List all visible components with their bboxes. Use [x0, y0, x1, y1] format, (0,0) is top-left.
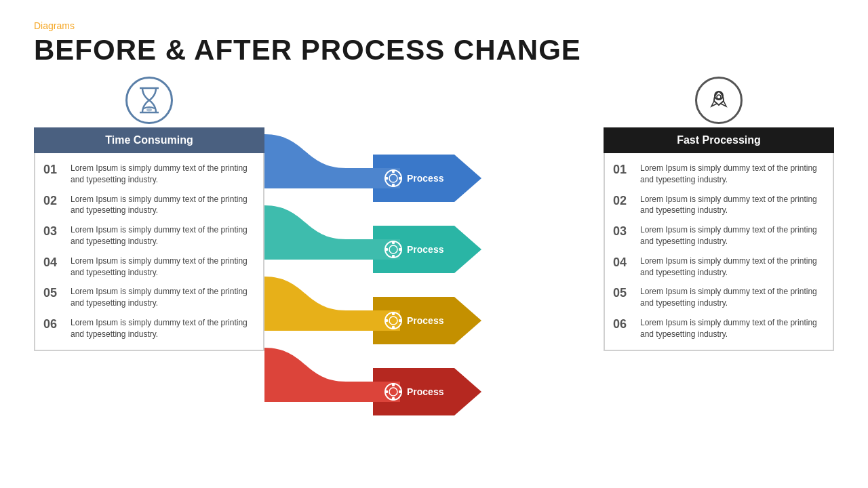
- item-number: 05: [43, 286, 64, 301]
- svg-text:Process: Process: [407, 244, 444, 255]
- rocket-icon: [695, 77, 743, 124]
- svg-rect-4: [392, 184, 395, 187]
- item-text: Lorem Ipsum is simply dummy text of the …: [640, 286, 825, 309]
- svg-rect-26: [384, 390, 388, 393]
- page-title: BEFORE & AFTER PROCESS CHANGE: [34, 34, 834, 66]
- svg-rect-11: [392, 255, 395, 258]
- list-item: 05 Lorem Ipsum is simply dummy text of t…: [613, 282, 825, 313]
- list-item: 04 Lorem Ipsum is simply dummy text of t…: [613, 251, 825, 283]
- item-text: Lorem Ipsum is simply dummy text of the …: [640, 317, 825, 340]
- item-text: Lorem Ipsum is simply dummy text of the …: [71, 163, 255, 186]
- item-text: Lorem Ipsum is simply dummy text of the …: [71, 317, 255, 340]
- item-number: 06: [613, 317, 633, 332]
- svg-rect-12: [384, 248, 388, 251]
- right-panel-header: Fast Processing: [604, 127, 834, 153]
- item-number: 04: [43, 256, 64, 270]
- content-area: Time Consuming 01 Lorem Ipsum is simply …: [34, 87, 834, 455]
- item-number: 05: [613, 286, 633, 301]
- svg-text:Process: Process: [407, 386, 444, 397]
- svg-rect-31: [264, 331, 373, 348]
- svg-rect-25: [392, 397, 395, 401]
- svg-point-33: [717, 95, 721, 99]
- svg-rect-18: [392, 326, 395, 329]
- tag-label: Diagrams: [34, 20, 834, 31]
- item-text: Lorem Ipsum is simply dummy text of the …: [71, 286, 255, 309]
- list-item: 06 Lorem Ipsum is simply dummy text of t…: [43, 313, 255, 344]
- item-text: Lorem Ipsum is simply dummy text of the …: [71, 194, 255, 217]
- page-container: Diagrams BEFORE & AFTER PROCESS CHANGE T…: [0, 0, 868, 488]
- svg-rect-20: [399, 319, 402, 322]
- svg-point-0: [146, 108, 152, 112]
- svg-rect-19: [384, 319, 388, 322]
- item-number: 04: [613, 256, 633, 270]
- svg-text:Process: Process: [407, 315, 444, 326]
- item-number: 03: [43, 224, 64, 239]
- right-panel: Fast Processing 01 Lorem Ipsum is simply…: [604, 127, 834, 351]
- svg-rect-29: [264, 188, 373, 205]
- list-item: 03 Lorem Ipsum is simply dummy text of t…: [43, 220, 255, 251]
- item-text: Lorem Ipsum is simply dummy text of the …: [640, 194, 825, 217]
- item-text: Lorem Ipsum is simply dummy text of the …: [640, 224, 825, 247]
- item-text: Lorem Ipsum is simply dummy text of the …: [71, 256, 255, 279]
- list-item: 02 Lorem Ipsum is simply dummy text of t…: [43, 190, 255, 221]
- item-number: 01: [613, 163, 633, 178]
- hourglass-icon: [125, 77, 173, 124]
- svg-rect-3: [392, 169, 395, 173]
- svg-rect-17: [392, 312, 395, 315]
- item-text: Lorem Ipsum is simply dummy text of the …: [71, 224, 255, 247]
- svg-rect-6: [399, 177, 402, 180]
- item-number: 03: [613, 224, 633, 239]
- svg-rect-13: [399, 248, 402, 251]
- item-text: Lorem Ipsum is simply dummy text of the …: [640, 256, 825, 279]
- svg-rect-30: [264, 260, 373, 277]
- list-item: 05 Lorem Ipsum is simply dummy text of t…: [43, 282, 255, 313]
- right-panel-body: 01 Lorem Ipsum is simply dummy text of t…: [604, 153, 834, 351]
- left-panel-body: 01 Lorem Ipsum is simply dummy text of t…: [34, 153, 264, 351]
- left-panel: Time Consuming 01 Lorem Ipsum is simply …: [34, 127, 264, 351]
- svg-rect-5: [384, 177, 388, 180]
- list-item: 04 Lorem Ipsum is simply dummy text of t…: [43, 251, 255, 283]
- item-number: 02: [613, 194, 633, 209]
- left-panel-header: Time Consuming: [34, 127, 264, 153]
- svg-text:Process: Process: [407, 173, 444, 184]
- middle-arrows: Process Process Proc: [264, 127, 604, 455]
- svg-rect-10: [392, 241, 395, 244]
- svg-rect-27: [399, 390, 402, 393]
- item-number: 01: [43, 163, 64, 178]
- list-item: 01 Lorem Ipsum is simply dummy text of t…: [43, 159, 255, 190]
- item-number: 02: [43, 194, 64, 209]
- svg-rect-24: [392, 383, 395, 386]
- item-number: 06: [43, 317, 64, 332]
- item-text: Lorem Ipsum is simply dummy text of the …: [640, 163, 825, 186]
- list-item: 03 Lorem Ipsum is simply dummy text of t…: [613, 220, 825, 251]
- list-item: 02 Lorem Ipsum is simply dummy text of t…: [613, 190, 825, 221]
- list-item: 06 Lorem Ipsum is simply dummy text of t…: [613, 313, 825, 344]
- list-item: 01 Lorem Ipsum is simply dummy text of t…: [613, 159, 825, 190]
